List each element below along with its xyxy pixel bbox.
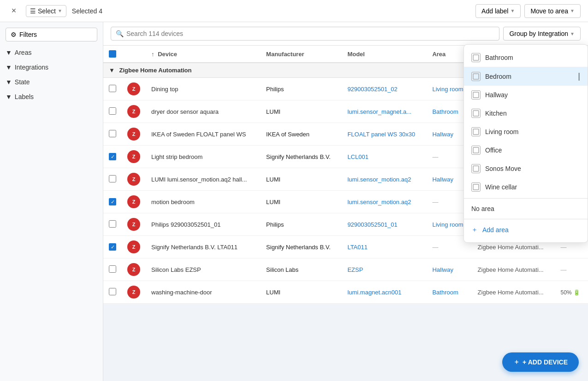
model-value: lumi.sensor_magnet.a... bbox=[342, 100, 427, 123]
sort-arrow-icon: ↑ bbox=[151, 51, 154, 58]
area-link[interactable]: Hallway bbox=[432, 176, 453, 183]
area-link[interactable]: Bathroom bbox=[432, 108, 458, 115]
area-icon bbox=[471, 127, 481, 136]
group-by-button[interactable]: Group by Integration ▼ bbox=[503, 27, 581, 41]
row-checkbox[interactable] bbox=[109, 107, 116, 115]
row-icon-cell: Z bbox=[122, 123, 146, 146]
area-icon bbox=[471, 146, 481, 155]
row-checkbox[interactable] bbox=[109, 265, 116, 273]
area-value: — bbox=[432, 153, 438, 160]
dropdown-area-bathroom[interactable]: Bathroom bbox=[464, 48, 588, 67]
manufacturer-value: Philips bbox=[261, 78, 342, 100]
model-link[interactable]: lumi.sensor_motion.aq2 bbox=[347, 199, 411, 205]
checkbox-checked[interactable] bbox=[109, 153, 116, 160]
area-link[interactable]: Hallway bbox=[432, 131, 453, 138]
row-checkbox[interactable] bbox=[109, 288, 116, 295]
model-link[interactable]: FLOALT panel WS 30x30 bbox=[347, 131, 415, 138]
search-input-wrap[interactable]: 🔍 bbox=[111, 27, 499, 41]
device-name: Light strip bedroom bbox=[146, 146, 261, 168]
row-icon-cell: Z bbox=[122, 168, 146, 191]
row-checkbox-cell[interactable] bbox=[103, 281, 122, 304]
column-device-label: Device bbox=[158, 51, 177, 58]
dropdown-no-area[interactable]: No area bbox=[464, 200, 588, 217]
dropdown-add-area[interactable]: ＋ Add area bbox=[464, 221, 588, 239]
header-manufacturer: Manufacturer bbox=[261, 46, 342, 63]
row-checkbox-cell[interactable] bbox=[103, 78, 122, 100]
dropdown-area-kitchen[interactable]: Kitchen bbox=[464, 104, 588, 123]
manufacturer-value: LUMI bbox=[261, 100, 342, 123]
area-icon bbox=[471, 164, 481, 173]
integration-value: Zigbee Home Automati... bbox=[472, 258, 555, 281]
model-value: 929003052501_02 bbox=[342, 78, 427, 100]
row-checkbox-cell[interactable] bbox=[103, 168, 122, 191]
model-link[interactable]: 929003052501_01 bbox=[347, 221, 397, 228]
selected-count: Selected 4 bbox=[72, 7, 102, 15]
area-link[interactable]: Living room bbox=[432, 86, 463, 93]
sidebar-item-state[interactable]: ▼ State bbox=[0, 75, 103, 89]
sidebar-item-labels[interactable]: ▼ Labels bbox=[0, 89, 103, 104]
area-link[interactable]: Bathroom bbox=[432, 289, 458, 296]
device-icon: Z bbox=[127, 218, 140, 231]
row-checkbox-cell[interactable] bbox=[103, 191, 122, 213]
checkbox-checked[interactable] bbox=[109, 198, 116, 205]
integrations-label: Integrations bbox=[15, 64, 48, 71]
row-checkbox-cell[interactable] bbox=[103, 123, 122, 146]
select-button[interactable]: ☰ Select ▼ bbox=[26, 5, 66, 17]
row-checkbox-cell[interactable] bbox=[103, 100, 122, 123]
device-icon: Z bbox=[127, 105, 140, 118]
collapse-group-icon[interactable]: ▼ bbox=[109, 67, 115, 74]
row-checkbox-cell[interactable] bbox=[103, 258, 122, 281]
move-area-chevron-icon: ▼ bbox=[570, 8, 575, 13]
model-link[interactable]: LTA011 bbox=[347, 244, 368, 251]
sidebar: ⚙ Filters ▼ Areas ▼ Integrations ▼ State… bbox=[0, 22, 103, 381]
expand-state-icon: ▼ bbox=[6, 78, 12, 86]
sidebar-item-integrations[interactable]: ▼ Integrations bbox=[0, 60, 103, 75]
group-by-label: Group by Integration bbox=[509, 30, 568, 37]
model-link[interactable]: lumi.magnet.acn001 bbox=[347, 289, 401, 296]
model-link[interactable]: 929003052501_02 bbox=[347, 86, 397, 93]
device-icon: Z bbox=[127, 263, 140, 276]
device-name: Dining top bbox=[146, 78, 261, 100]
extra-value: — bbox=[561, 244, 567, 251]
row-checkbox-cell[interactable] bbox=[103, 213, 122, 236]
model-link[interactable]: lumi.sensor_magnet.a... bbox=[347, 108, 411, 115]
dropdown-area-bedroom[interactable]: Bedroom | bbox=[464, 67, 588, 86]
add-device-button[interactable]: ＋ + ADD DEVICE bbox=[502, 352, 579, 372]
row-checkbox[interactable] bbox=[109, 175, 116, 182]
model-link[interactable]: lumi.sensor_motion.aq2 bbox=[347, 176, 411, 183]
row-checkbox[interactable] bbox=[109, 85, 116, 92]
header-device: ↑ Device bbox=[146, 46, 261, 63]
add-label-button[interactable]: Add label ▼ bbox=[475, 4, 521, 18]
model-link[interactable]: EZSP bbox=[347, 266, 363, 273]
model-link[interactable]: LCL001 bbox=[347, 153, 368, 160]
area-item-label: Kitchen bbox=[485, 110, 507, 117]
model-value: lumi.magnet.acn001 bbox=[342, 281, 427, 304]
row-checkbox-cell[interactable] bbox=[103, 236, 122, 258]
search-input[interactable] bbox=[126, 30, 494, 37]
dropdown-area-hallway[interactable]: Hallway bbox=[464, 86, 588, 104]
area-cell: Bathroom bbox=[427, 281, 472, 304]
dropdown-area-sonos-move[interactable]: Sonos Move bbox=[464, 159, 588, 178]
dropdown-area-living-room[interactable]: Living room bbox=[464, 123, 588, 141]
checkbox-checked[interactable] bbox=[109, 243, 116, 251]
row-checkbox[interactable] bbox=[109, 130, 116, 137]
header-checkbox[interactable] bbox=[109, 50, 116, 58]
close-button[interactable]: × bbox=[7, 5, 20, 18]
dropdown-area-office[interactable]: Office bbox=[464, 141, 588, 159]
move-to-area-button[interactable]: Move to area ▼ bbox=[524, 4, 581, 18]
area-link[interactable]: Hallway bbox=[432, 266, 453, 273]
row-checkbox-cell[interactable] bbox=[103, 146, 122, 168]
sidebar-item-areas[interactable]: ▼ Areas bbox=[0, 45, 103, 60]
filters-button[interactable]: ⚙ Filters bbox=[6, 28, 97, 41]
area-item-label: Wine cellar bbox=[485, 183, 517, 191]
dropdown-area-wine-cellar[interactable]: Wine cellar bbox=[464, 178, 588, 196]
header-icon-cell bbox=[122, 46, 146, 63]
select-icon: ☰ bbox=[30, 7, 36, 15]
device-name: Signify Netherlands B.V. LTA011 bbox=[146, 236, 261, 258]
area-link[interactable]: Living room bbox=[432, 221, 463, 228]
device-name: Philips 929003052501_01 bbox=[146, 213, 261, 236]
device-icon: Z bbox=[127, 286, 140, 299]
row-checkbox[interactable] bbox=[109, 220, 116, 228]
area-value: — bbox=[432, 244, 438, 251]
svg-rect-4 bbox=[473, 129, 479, 135]
